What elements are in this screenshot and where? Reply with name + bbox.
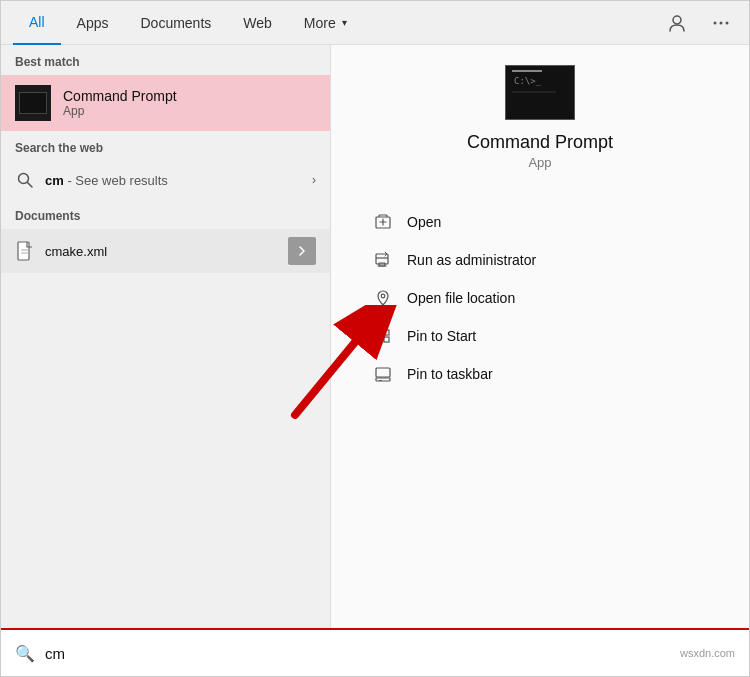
menu-item-open[interactable]: Open	[361, 204, 719, 240]
doc-item-cmake[interactable]: cmake.xml	[1, 229, 330, 273]
menu-item-pin-taskbar[interactable]: Pin to taskbar	[361, 356, 719, 392]
menu-item-location-label: Open file location	[407, 290, 515, 306]
menu-item-open-location[interactable]: Open file location	[361, 280, 719, 316]
documents-label: Documents	[1, 199, 330, 229]
right-app-type: App	[528, 155, 551, 170]
svg-point-15	[381, 294, 385, 298]
best-match-item[interactable]: Command Prompt App	[1, 75, 330, 131]
svg-rect-9	[506, 66, 575, 120]
context-menu: Open Run as administrator	[361, 204, 719, 392]
search-web-item[interactable]: cm - See web results ›	[1, 161, 330, 199]
open-icon	[373, 212, 393, 232]
svg-point-2	[720, 21, 723, 24]
person-icon-btn[interactable]	[661, 7, 693, 39]
search-web-text: cm - See web results	[45, 173, 302, 188]
pin-start-icon	[373, 326, 393, 346]
best-match-label: Best match	[1, 45, 330, 75]
main-content: Best match Command Prompt App Search the…	[1, 45, 749, 628]
tab-apps[interactable]: Apps	[61, 1, 125, 45]
svg-line-5	[28, 183, 33, 188]
menu-item-open-label: Open	[407, 214, 441, 230]
chevron-right-icon: ›	[312, 173, 316, 187]
svg-rect-17	[384, 330, 389, 335]
admin-icon	[373, 250, 393, 270]
left-panel: Best match Command Prompt App Search the…	[1, 45, 331, 628]
command-prompt-icon	[15, 85, 51, 121]
more-options-icon-btn[interactable]	[705, 7, 737, 39]
tab-documents[interactable]: Documents	[124, 1, 227, 45]
cmd-icon-inner	[19, 92, 47, 114]
nav-tabs-bar: All Apps Documents Web More ▾	[1, 1, 749, 45]
watermark-text: wsxdn.com	[680, 647, 735, 659]
svg-rect-19	[384, 337, 389, 342]
search-web-label: Search the web	[1, 131, 330, 161]
doc-expand-arrow[interactable]	[288, 237, 316, 265]
menu-item-run-admin[interactable]: Run as administrator	[361, 242, 719, 278]
document-icon	[15, 239, 35, 263]
svg-point-3	[726, 21, 729, 24]
best-match-text-group: Command Prompt App	[63, 88, 177, 118]
location-icon	[373, 288, 393, 308]
best-match-title: Command Prompt	[63, 88, 177, 104]
tab-all[interactable]: All	[13, 1, 61, 45]
nav-icons-group	[661, 7, 737, 39]
svg-point-1	[714, 21, 717, 24]
svg-rect-22	[379, 380, 382, 381]
ellipsis-icon	[712, 14, 730, 32]
search-input[interactable]	[45, 645, 670, 662]
right-panel: C:\>_ Command Prompt App	[331, 45, 749, 628]
svg-text:C:\>_: C:\>_	[514, 76, 542, 86]
tab-web[interactable]: Web	[227, 1, 288, 45]
cmd-large-svg: C:\>_	[506, 66, 575, 120]
menu-item-admin-label: Run as administrator	[407, 252, 536, 268]
tab-more[interactable]: More ▾	[288, 1, 363, 45]
menu-item-pin-start[interactable]: Pin to Start	[361, 318, 719, 354]
search-bar: 🔍 wsxdn.com	[1, 628, 749, 676]
pin-taskbar-icon	[373, 364, 393, 384]
svg-rect-16	[377, 330, 382, 335]
svg-rect-20	[376, 368, 390, 377]
best-match-subtitle: App	[63, 104, 177, 118]
app-detail-header: C:\>_ Command Prompt App	[361, 65, 719, 170]
svg-rect-18	[377, 337, 382, 342]
person-icon	[668, 14, 686, 32]
app-large-icon: C:\>_	[505, 65, 575, 120]
svg-rect-21	[376, 378, 390, 381]
menu-item-pin-start-label: Pin to Start	[407, 328, 476, 344]
svg-point-0	[673, 16, 681, 24]
doc-filename: cmake.xml	[45, 244, 278, 259]
search-bar-icon: 🔍	[15, 644, 35, 663]
search-web-icon	[15, 170, 35, 190]
start-menu-window: All Apps Documents Web More ▾	[0, 0, 750, 677]
right-app-name: Command Prompt	[467, 132, 613, 153]
menu-item-taskbar-label: Pin to taskbar	[407, 366, 493, 382]
